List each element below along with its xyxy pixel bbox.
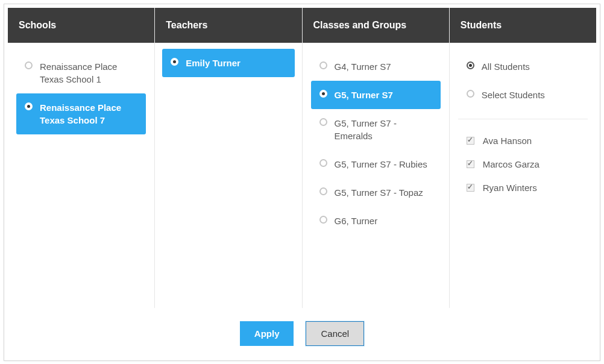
radio-icon <box>171 58 178 66</box>
checkbox-icon <box>467 160 474 168</box>
teachers-header: Teachers <box>155 8 301 43</box>
students-option-label: Select Students <box>482 89 545 101</box>
classes-header: Classes and Groups <box>303 8 449 43</box>
school-option[interactable]: Renaissance Place Texas School 1 <box>16 52 146 93</box>
class-label: G5, Turner S7 - Rubies <box>335 158 427 171</box>
students-option-select[interactable]: Select Students <box>458 81 588 109</box>
modal-footer: Apply Cancel <box>4 308 600 360</box>
student-item[interactable]: Ryan Winters <box>458 176 588 199</box>
selection-modal: Schools Renaissance Place Texas School 1… <box>4 4 600 361</box>
student-name: Ryan Winters <box>483 183 537 193</box>
students-option-all[interactable]: All Students <box>458 52 588 81</box>
students-body: All Students Select Students Ava Hanson … <box>450 43 596 308</box>
teachers-body: Emily Turner <box>155 43 301 308</box>
checkbox-icon <box>467 137 474 145</box>
divider <box>458 119 588 119</box>
radio-icon <box>319 159 327 167</box>
radio-icon <box>25 61 33 69</box>
class-label: G5, Turner S7 - Emeralds <box>335 117 432 142</box>
student-item[interactable]: Marcos Garza <box>458 152 588 176</box>
school-label: Renaissance Place Texas School 1 <box>40 60 137 86</box>
students-option-label: All Students <box>482 60 530 73</box>
class-option[interactable]: G5, Turner S7 - Topaz <box>311 178 441 207</box>
radio-icon <box>25 102 33 110</box>
class-label: G6, Turner <box>335 215 378 227</box>
class-option[interactable]: G4, Turner S7 <box>311 52 441 81</box>
classes-body: G4, Turner S7 G5, Turner S7 G5, Turner S… <box>303 43 449 308</box>
student-name: Marcos Garza <box>483 159 540 169</box>
classes-column: Classes and Groups G4, Turner S7 G5, Tur… <box>303 8 450 308</box>
class-option[interactable]: G6, Turner <box>311 207 441 235</box>
schools-body: Renaissance Place Texas School 1 Renaiss… <box>8 43 154 308</box>
radio-icon <box>319 187 327 195</box>
class-option[interactable]: G5, Turner S7 - Rubies <box>311 150 441 178</box>
checkbox-icon <box>467 184 474 192</box>
radio-icon <box>319 118 327 126</box>
radio-icon <box>319 216 327 224</box>
teacher-label: Emily Turner <box>186 57 241 69</box>
students-column: Students All Students Select Students Av… <box>450 8 596 308</box>
class-label: G4, Turner S7 <box>335 60 391 73</box>
apply-button[interactable]: Apply <box>240 321 294 346</box>
class-label: G5, Turner S7 - Topaz <box>335 186 423 199</box>
columns-container: Schools Renaissance Place Texas School 1… <box>4 4 600 308</box>
student-item[interactable]: Ava Hanson <box>458 129 588 152</box>
class-option[interactable]: G5, Turner S7 <box>311 81 441 109</box>
radio-icon <box>467 61 474 69</box>
radio-icon <box>319 61 327 69</box>
school-option[interactable]: Renaissance Place Texas School 7 <box>16 93 146 134</box>
student-name: Ava Hanson <box>483 136 532 146</box>
students-header: Students <box>450 8 596 43</box>
teachers-column: Teachers Emily Turner <box>155 8 302 308</box>
class-label: G5, Turner S7 <box>335 89 393 101</box>
schools-header: Schools <box>8 8 154 43</box>
radio-icon <box>319 90 327 98</box>
school-label: Renaissance Place Texas School 7 <box>40 101 137 127</box>
class-option[interactable]: G5, Turner S7 - Emeralds <box>311 109 441 150</box>
radio-icon <box>467 90 474 98</box>
cancel-button[interactable]: Cancel <box>306 321 364 346</box>
schools-column: Schools Renaissance Place Texas School 1… <box>8 8 155 308</box>
teacher-option[interactable]: Emily Turner <box>162 49 294 77</box>
